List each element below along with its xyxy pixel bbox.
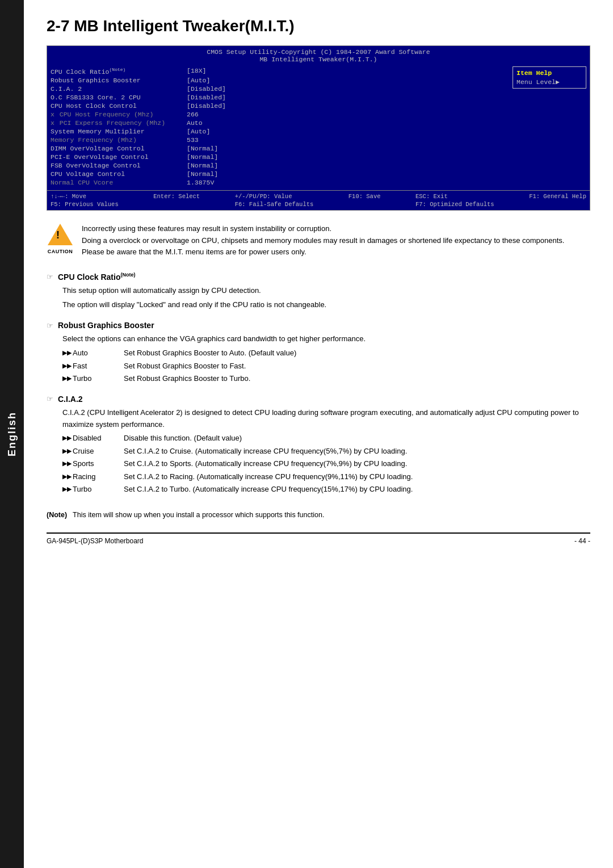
bios-row: Memory Frequency (Mhz)533	[51, 136, 509, 144]
option-item: ▶▶AutoSet Robust Graphics Booster to Aut…	[62, 347, 590, 359]
section-para-0: Select the options can enhance the VGA g…	[62, 333, 590, 345]
bios-row: Normal CPU Vcore1.3875V	[51, 178, 509, 187]
footer-note-text: This item will show up when you install …	[73, 511, 324, 519]
option-bullet-icon: ▶▶	[62, 446, 70, 457]
bios-footer-prev: F5: Previous Values	[51, 201, 119, 208]
bios-row-value: 533	[187, 136, 199, 144]
section-arrow-icon: ☞	[47, 321, 53, 330]
bios-row-value: [Disabled]	[187, 85, 226, 93]
caution-triangle-shape	[48, 224, 73, 245]
option-bullet-icon: ▶▶	[62, 361, 70, 372]
option-bullet-icon: ▶▶	[62, 484, 70, 495]
option-key: Auto	[73, 347, 124, 359]
bios-row-label: PCI-E OverVoltage Control	[51, 153, 187, 161]
bios-row-label: C.I.A. 2	[51, 85, 187, 93]
bios-footer-move: ↑↓→←: Move	[51, 193, 119, 200]
bottom-bar: GA-945PL-(D)S3P Motherboard - 44 -	[47, 532, 590, 545]
bios-footer-nav: ↑↓→←: Move F5: Previous Values	[51, 193, 119, 208]
bios-x-prefix: x	[51, 119, 58, 127]
bios-footer: ↑↓→←: Move F5: Previous Values Enter: Se…	[47, 190, 590, 210]
bios-footer-enter: Enter: Select	[153, 193, 200, 208]
section-header-cpu-clock-ratio: ☞CPU Clock Ratio(Note)	[47, 272, 590, 282]
bios-row-value: [18X]	[187, 67, 207, 76]
option-key: Cruise	[73, 446, 124, 457]
bios-note-sup: (Note)	[110, 67, 126, 72]
bios-left-panel: CPU Clock Ratio(Note)[18X] Robust Graphi…	[51, 66, 509, 187]
sidebar-label: English	[6, 412, 18, 456]
option-key: Turbo	[73, 484, 124, 495]
option-key: Turbo	[73, 373, 124, 384]
bios-body: CPU Clock Ratio(Note)[18X] Robust Graphi…	[47, 64, 590, 190]
bios-row-value: 1.3875V	[187, 179, 214, 186]
option-item: ▶▶FastSet Robust Graphics Booster to Fas…	[62, 360, 590, 372]
bios-row: System Memory Multiplier[Auto]	[51, 127, 509, 136]
option-key: Racing	[73, 471, 124, 483]
section-para-0: This setup option will automatically ass…	[62, 285, 590, 297]
bios-header: CMOS Setup Utility-Copyright (C) 1984-20…	[47, 46, 590, 64]
bios-row-value: [Disabled]	[187, 102, 226, 110]
bios-row: DIMM OverVoltage Control[Normal]	[51, 144, 509, 153]
option-list-cia2: ▶▶DisabledDisable this function. (Defaul…	[62, 433, 590, 495]
bios-right-panel: Item Help Menu Level▶	[513, 66, 586, 89]
bios-row-label: Robust Graphics Booster	[51, 77, 187, 84]
bios-footer-f10: F10: Save	[349, 193, 381, 200]
main-content: 2-7 MB Intelligent Tweaker(M.I.T.) CMOS …	[24, 0, 613, 568]
bottom-bar-left: GA-945PL-(D)S3P Motherboard	[47, 537, 144, 545]
option-bullet-icon: ▶▶	[62, 472, 70, 483]
bios-footer-help: F1: General Help	[529, 193, 586, 200]
bios-row: O.C FSB1333 Core. 2 CPU[Disabled]	[51, 93, 509, 102]
footer-note-key: (Note)	[47, 511, 67, 519]
bios-row: FSB OverVoltage Control[Normal]	[51, 161, 509, 170]
section-title-robust-graphics-booster: Robust Graphics Booster	[58, 321, 154, 330]
bios-screen: CMOS Setup Utility-Copyright (C) 1984-20…	[47, 45, 590, 211]
section-robust-graphics-booster: ☞Robust Graphics BoosterSelect the optio…	[47, 321, 590, 384]
option-bullet-icon: ▶▶	[62, 433, 70, 444]
bios-header-line1: CMOS Setup Utility-Copyright (C) 1984-20…	[47, 48, 590, 56]
bios-row-value: [Normal]	[187, 170, 218, 178]
section-cpu-clock-ratio: ☞CPU Clock Ratio(Note)This setup option …	[47, 272, 590, 311]
option-key: Sports	[73, 458, 124, 469]
bios-footer-esc: ESC: Exit F7: Optimized Defaults	[415, 193, 494, 208]
bios-x-prefix: x	[51, 111, 58, 118]
section-header-robust-graphics-booster: ☞Robust Graphics Booster	[47, 321, 590, 330]
bios-row-label: Memory Frequency (Mhz)	[51, 136, 187, 144]
section-cia2: ☞C.I.A.2C.I.A.2 (CPU Intelligent Acelera…	[47, 395, 590, 495]
bios-footer-failsafe: F6: Fail-Safe Defaults	[235, 201, 314, 208]
section-title-cpu-clock-ratio: CPU Clock Ratio(Note)	[58, 272, 135, 282]
option-item: ▶▶TurboSet C.I.A.2 to Turbo. (Automatica…	[62, 484, 590, 495]
bios-footer-exit: ESC: Exit	[415, 193, 494, 200]
bios-header-line2: MB Intelligent Tweaker(M.I.T.)	[47, 56, 590, 63]
option-desc: Set C.I.A.2 to Cruise. (Automatically in…	[124, 446, 590, 457]
bios-row: C.I.A. 2[Disabled]	[51, 85, 509, 93]
bios-footer-value: +/-/PU/PD: Value F6: Fail-Safe Defaults	[235, 193, 314, 208]
bios-row: Robust Graphics Booster[Auto]	[51, 76, 509, 85]
caution-box: CAUTION Incorrectly using these features…	[47, 223, 590, 258]
bios-menu-level: Menu Level▶	[517, 78, 582, 86]
section-title-cia2: C.I.A.2	[58, 395, 83, 404]
bios-row-value: [Disabled]	[187, 94, 226, 101]
option-desc: Set Robust Graphics Booster to Fast.	[124, 360, 590, 372]
option-list-robust-graphics-booster: ▶▶AutoSet Robust Graphics Booster to Aut…	[62, 347, 590, 384]
bottom-bar-right: - 44 -	[574, 537, 590, 545]
sections-container: ☞CPU Clock Ratio(Note)This setup option …	[47, 272, 590, 495]
option-desc: Disable this function. (Default value)	[124, 433, 590, 444]
sidebar: English	[0, 0, 24, 868]
bios-row-label: System Memory Multiplier	[51, 128, 187, 135]
footer-note: (Note) This item will show up when you i…	[47, 511, 590, 519]
section-arrow-icon: ☞	[47, 395, 53, 403]
bios-row-label: Normal CPU Vcore	[51, 179, 187, 186]
caution-line-2: Doing a overclock or overvoltage on CPU,…	[82, 235, 564, 247]
bios-row-label: x CPU Host Frequency (Mhz)	[51, 111, 187, 118]
bios-row-label: CPU Host Clock Control	[51, 102, 187, 110]
caution-line-1: Incorrectly using these features may res…	[82, 223, 564, 235]
bios-footer-optimized: F7: Optimized Defaults	[415, 201, 494, 208]
bios-row-value: Auto	[187, 119, 203, 127]
section-arrow-icon: ☞	[47, 272, 53, 281]
bios-row: CPU Voltage Control[Normal]	[51, 170, 509, 178]
option-desc: Set C.I.A.2 to Turbo. (Automatically inc…	[124, 484, 590, 495]
option-bullet-icon: ▶▶	[62, 348, 70, 359]
option-desc: Set Robust Graphics Booster to Turbo.	[124, 373, 590, 384]
bios-row: PCI-E OverVoltage Control[Normal]	[51, 153, 509, 161]
section-superscript: (Note)	[120, 272, 135, 278]
caution-icon: CAUTION	[47, 223, 74, 255]
